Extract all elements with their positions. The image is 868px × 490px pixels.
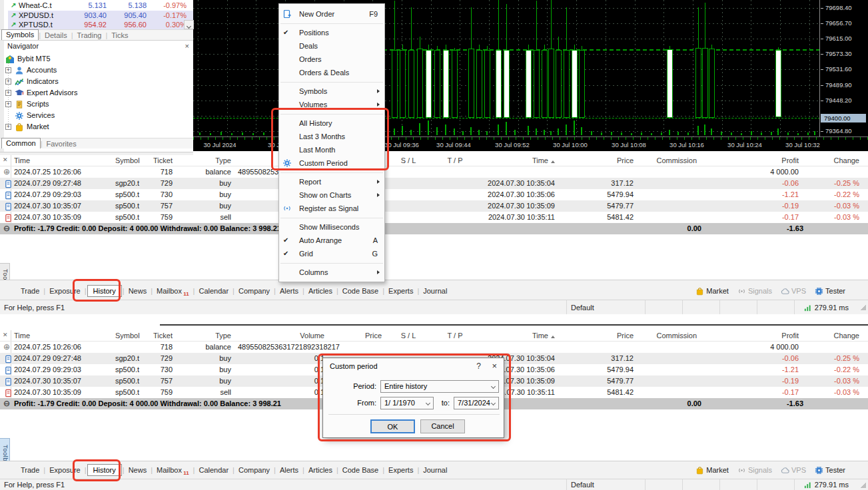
tab-journal[interactable]: Journal xyxy=(420,466,450,474)
panel-button-market[interactable]: Market xyxy=(695,466,729,475)
column-header-type[interactable]: Type xyxy=(176,330,234,341)
navigator-item-scripts[interactable]: +Scripts xyxy=(4,99,193,110)
menu-item-symbols[interactable]: Symbols xyxy=(279,85,384,98)
tab-company[interactable]: Company xyxy=(235,466,273,474)
expand-circle-icon[interactable]: ⊕ xyxy=(3,342,10,353)
resize-grip[interactable] xyxy=(853,479,868,490)
table-row[interactable]: 2024.07.30 10:35:09sp500.t759sell0.12024… xyxy=(0,212,868,223)
column-header-price-close[interactable]: Price xyxy=(558,155,637,166)
tab-exposure[interactable]: Exposure xyxy=(46,466,83,474)
menu-item-grid[interactable]: ✔GridG xyxy=(279,247,384,260)
expander-icon[interactable]: + xyxy=(5,67,11,73)
tab-trade[interactable]: Trade xyxy=(17,466,43,474)
tab-favorites[interactable]: Favorites xyxy=(42,139,80,149)
panel-button-vps[interactable]: VPS xyxy=(781,466,806,475)
expander-icon[interactable]: + xyxy=(5,79,11,85)
collapse-circle-icon[interactable]: ⊖ xyxy=(3,398,10,409)
from-date-select[interactable]: 1/ 1/1970 xyxy=(380,397,434,409)
status-profile[interactable]: Default xyxy=(566,479,645,490)
column-header-change[interactable]: Change xyxy=(802,155,863,166)
tab-mailbox[interactable]: Mailbox 11 xyxy=(153,466,193,474)
menu-item-register-as-signal[interactable]: Register as Signal xyxy=(279,202,384,215)
column-header-profit[interactable]: Profit xyxy=(700,330,802,341)
resize-grip[interactable] xyxy=(853,300,868,314)
to-date-select[interactable]: 7/31/2024 xyxy=(454,397,499,409)
menu-item-orders-deals[interactable]: Orders & Deals xyxy=(279,66,384,79)
tab-articles[interactable]: Articles xyxy=(305,466,336,474)
tab-news[interactable]: News xyxy=(125,466,151,474)
tab-articles[interactable]: Articles xyxy=(305,287,336,295)
tab-calendar[interactable]: Calendar xyxy=(195,466,232,474)
table-row[interactable]: 2024.07.30 10:35:07sp500.t757buy0.12024.… xyxy=(0,200,868,212)
market-watch-row[interactable]: ↗XPDUSD.t903.40905.40-0.17% xyxy=(8,11,193,21)
column-header-time-open[interactable]: Time xyxy=(0,330,112,341)
expander-icon[interactable]: + xyxy=(5,124,11,130)
period-select[interactable]: Entire history xyxy=(380,380,499,393)
column-header-price-close[interactable]: Price xyxy=(558,330,637,341)
column-header-time-open[interactable]: Time xyxy=(0,155,112,166)
table-row[interactable]: 2024.07.25 10:26:06718balance48955082536… xyxy=(0,166,868,178)
dialog-help-button[interactable]: ? xyxy=(476,358,481,374)
menu-item-auto-arrange[interactable]: ✔Auto ArrangeA xyxy=(279,234,384,247)
expand-circle-icon[interactable]: ⊕ xyxy=(3,166,10,178)
menu-item-show-milliseconds[interactable]: Show Milliseconds xyxy=(279,220,384,234)
navigator-item-market[interactable]: +Market xyxy=(4,121,193,132)
dialog-title-bar[interactable]: Custom period ? × xyxy=(323,358,504,374)
column-header-symbol[interactable]: Symbol xyxy=(112,330,143,341)
tab-mailbox[interactable]: Mailbox 11 xyxy=(153,287,193,295)
column-header-sl[interactable]: S / L xyxy=(385,155,432,166)
scrollbar-down-button[interactable] xyxy=(184,20,194,29)
panel-button-tester[interactable]: Tester xyxy=(815,287,845,296)
navigator-item-indicators[interactable]: +Indicators xyxy=(4,76,193,87)
column-header-ticket[interactable]: Ticket xyxy=(143,330,176,341)
column-header-ticket[interactable]: Ticket xyxy=(143,155,176,166)
menu-item-columns[interactable]: Columns xyxy=(279,266,384,279)
column-header-volume[interactable]: Volume xyxy=(234,330,328,341)
status-latency[interactable]: 279.91 ms xyxy=(794,479,853,490)
column-header-change[interactable]: Change xyxy=(802,330,863,341)
tab-code-base[interactable]: Code Base xyxy=(339,466,382,474)
cancel-button[interactable]: Cancel xyxy=(420,419,465,433)
menu-item-volumes[interactable]: Volumes xyxy=(279,98,384,111)
tab-details[interactable]: Details xyxy=(41,31,71,41)
tab-news[interactable]: News xyxy=(125,287,151,295)
tab-alerts[interactable]: Alerts xyxy=(276,466,302,474)
tab-trade[interactable]: Trade xyxy=(17,287,43,295)
menu-item-custom-period[interactable]: Custom Period xyxy=(279,156,384,170)
column-header-commission[interactable]: Commission xyxy=(637,330,700,341)
status-profile[interactable]: Default xyxy=(566,300,645,314)
menu-item-new-order[interactable]: New OrderF9 xyxy=(279,7,384,21)
expander-icon[interactable]: + xyxy=(5,101,11,107)
column-header-symbol[interactable]: Symbol xyxy=(112,155,143,166)
tab-ticks[interactable]: Ticks xyxy=(107,31,132,41)
panel-button-market[interactable]: Market xyxy=(695,287,729,296)
panel-button-vps[interactable]: VPS xyxy=(781,287,806,296)
navigator-item-bybit-mt5[interactable]: Bybit MT5 xyxy=(4,53,193,65)
panel-button-tester[interactable]: Tester xyxy=(815,466,845,475)
navigator-item-services[interactable]: Services xyxy=(4,110,193,121)
tab-exposure[interactable]: Exposure xyxy=(46,287,83,295)
menu-item-last-3-months[interactable]: Last 3 Months xyxy=(279,130,384,143)
navigator-item-accounts[interactable]: +Accounts xyxy=(4,65,193,76)
column-header-tp[interactable]: T / P xyxy=(432,330,478,341)
table-row[interactable]: 2024.07.25 10:26:06718balance48955082536… xyxy=(0,342,868,353)
ok-button[interactable]: OK xyxy=(370,419,415,433)
tab-history[interactable]: History xyxy=(87,464,122,476)
tab-journal[interactable]: Journal xyxy=(420,287,450,295)
menu-item-deals[interactable]: Deals xyxy=(279,39,384,53)
market-watch-row[interactable]: ↗XPTUSD.t954.92956.600.30% xyxy=(8,20,193,30)
table-row[interactable]: 2024.07.29 09:29:03sp500.t730buy0.12024.… xyxy=(0,189,868,200)
expander-icon[interactable]: + xyxy=(5,90,11,96)
menu-item-show-on-charts[interactable]: Show on Charts xyxy=(279,188,384,202)
column-header-price-open[interactable]: Price xyxy=(328,330,385,341)
tab-common[interactable]: Common xyxy=(1,138,41,148)
column-header-sl[interactable]: S / L xyxy=(385,330,432,341)
tab-symbols[interactable]: Symbols xyxy=(1,29,39,40)
chart-price-axis[interactable]: 79698.4079656.7079615.0079573.3079531.60… xyxy=(821,0,868,136)
menu-item-positions[interactable]: ✔Positions xyxy=(279,26,384,39)
dialog-close-button[interactable]: × xyxy=(492,358,497,374)
column-header-profit[interactable]: Profit xyxy=(700,155,802,166)
tab-calendar[interactable]: Calendar xyxy=(195,287,232,295)
panel-button-signals[interactable]: Signals xyxy=(737,466,772,475)
menu-item-all-history[interactable]: All History xyxy=(279,117,384,130)
